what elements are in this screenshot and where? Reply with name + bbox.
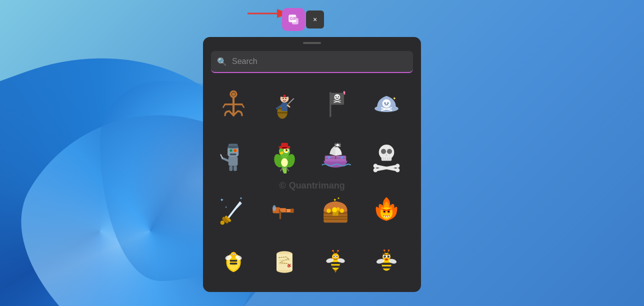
sticker-sword[interactable]: ✦ ✦ ✦ [211, 186, 256, 232]
svg-point-27 [334, 94, 340, 100]
sticker-pirate-flag[interactable] [313, 81, 358, 126]
svg-point-111 [326, 208, 331, 213]
svg-point-29 [338, 96, 340, 98]
close-icon: × [313, 16, 317, 24]
svg-rect-24 [287, 104, 289, 105]
svg-point-90 [396, 164, 400, 168]
search-bar[interactable]: 🔍 [211, 51, 413, 73]
svg-point-173 [384, 249, 386, 251]
close-button[interactable]: × [306, 10, 324, 28]
emoji-panel: 🔍 [203, 37, 421, 292]
svg-rect-145 [331, 262, 340, 264]
svg-point-170 [385, 258, 388, 260]
svg-line-54 [221, 154, 222, 158]
svg-text:✦: ✦ [333, 198, 337, 202]
sticker-pirate-robot[interactable] [211, 134, 256, 179]
sticker-bee-shield[interactable] [211, 240, 256, 284]
svg-rect-160 [382, 266, 392, 268]
svg-point-167 [388, 256, 388, 256]
svg-line-9 [223, 104, 225, 108]
svg-point-20 [285, 98, 286, 100]
sticker-skull[interactable] [364, 134, 409, 179]
svg-rect-101 [290, 208, 294, 213]
svg-point-63 [286, 149, 288, 150]
svg-point-80 [381, 148, 386, 154]
sticker-parrot[interactable] [262, 134, 307, 179]
sticker-grid: ✦ [203, 79, 421, 292]
svg-line-10 [242, 104, 244, 108]
svg-rect-146 [331, 266, 340, 268]
svg-rect-128 [230, 260, 238, 262]
svg-point-91 [374, 168, 378, 172]
svg-point-165 [387, 255, 389, 257]
svg-point-151 [336, 256, 338, 257]
svg-rect-159 [382, 262, 392, 264]
svg-point-42 [227, 146, 239, 148]
svg-point-28 [336, 96, 337, 98]
svg-text:✦: ✦ [220, 198, 224, 202]
sticker-pirate-hat[interactable]: ✦ [364, 81, 409, 126]
svg-line-23 [288, 98, 294, 104]
top-bar: GIF × [282, 8, 324, 31]
svg-point-102 [272, 205, 276, 211]
svg-text:✦: ✦ [240, 196, 242, 200]
sticker-icon: GIF [287, 13, 300, 26]
search-icon: 🔍 [217, 57, 227, 66]
sticker-pirate-man[interactable] [262, 81, 307, 126]
svg-rect-66 [282, 147, 287, 148]
svg-point-133 [232, 254, 232, 254]
svg-text:✦: ✦ [225, 206, 227, 208]
svg-rect-129 [230, 262, 238, 264]
svg-point-35 [387, 102, 388, 104]
svg-point-46 [234, 150, 236, 151]
svg-point-45 [230, 150, 232, 151]
svg-point-81 [387, 148, 392, 154]
svg-point-150 [334, 256, 334, 257]
svg-point-89 [396, 168, 400, 172]
svg-point-121 [388, 210, 390, 212]
sticker-bee-yellow[interactable] [313, 240, 358, 284]
svg-point-113 [340, 208, 344, 213]
svg-text:✦: ✦ [392, 96, 396, 101]
svg-point-134 [234, 254, 234, 254]
svg-rect-39 [228, 156, 238, 166]
svg-point-174 [388, 249, 390, 251]
svg-point-8 [232, 92, 236, 96]
svg-point-154 [332, 250, 334, 252]
sticker-treasure-chest[interactable]: ✦ ✦ [313, 186, 358, 232]
svg-rect-51 [230, 166, 233, 170]
svg-point-59 [281, 158, 288, 166]
sticker-anchor[interactable] [211, 81, 256, 126]
svg-text:GIF: GIF [290, 16, 296, 21]
svg-point-97 [220, 220, 225, 225]
svg-point-77 [340, 156, 343, 158]
svg-point-33 [382, 100, 391, 108]
svg-point-19 [282, 98, 284, 100]
drag-handle[interactable] [303, 42, 321, 44]
sticker-app-button[interactable]: GIF [282, 8, 305, 31]
svg-rect-52 [234, 166, 237, 170]
sticker-pirate-ship[interactable] [313, 134, 358, 179]
sticker-fire-monster[interactable] [364, 186, 409, 232]
svg-point-88 [374, 164, 378, 168]
svg-point-114 [336, 208, 340, 211]
svg-point-76 [328, 156, 330, 158]
svg-line-53 [222, 158, 228, 160]
svg-point-112 [332, 208, 337, 212]
svg-line-22 [288, 105, 290, 106]
sticker-scroll[interactable]: ✕ [262, 240, 307, 284]
svg-point-18 [283, 94, 286, 97]
svg-rect-14 [282, 102, 288, 111]
svg-point-155 [337, 250, 339, 252]
svg-text:✦: ✦ [337, 196, 340, 200]
sticker-bee-angry[interactable] [364, 240, 409, 284]
sticker-telescope[interactable] [262, 186, 307, 232]
svg-point-120 [384, 210, 385, 212]
svg-point-34 [384, 102, 386, 104]
search-input[interactable] [232, 57, 407, 66]
svg-point-164 [384, 255, 386, 257]
svg-point-166 [384, 256, 384, 256]
